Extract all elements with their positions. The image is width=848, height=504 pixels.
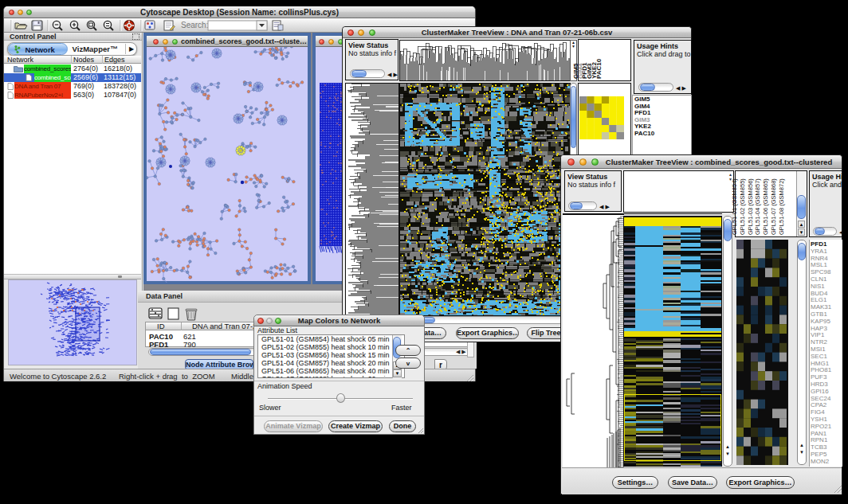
svg-text:Search:: Search: [181, 21, 208, 29]
